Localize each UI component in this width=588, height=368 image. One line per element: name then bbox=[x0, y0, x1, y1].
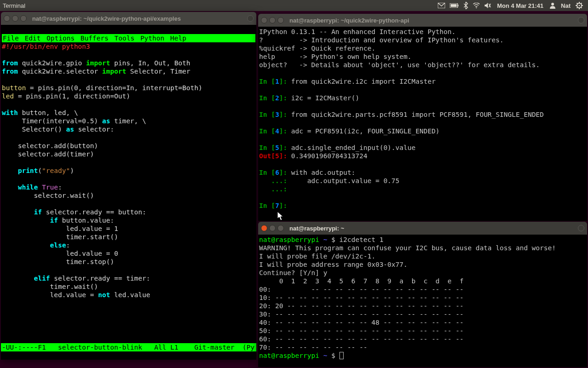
emacs-minibuffer[interactable] bbox=[1, 351, 256, 360]
svg-point-4 bbox=[476, 7, 477, 8]
battery-icon[interactable] bbox=[450, 3, 459, 8]
svg-rect-2 bbox=[458, 5, 458, 6]
window-menu-button[interactable] bbox=[247, 15, 254, 22]
ipython-window[interactable]: nat@raspberrypi: ~/quick2wire-python-api… bbox=[258, 14, 587, 221]
close-button[interactable] bbox=[4, 15, 10, 22]
emacs-menubar[interactable]: File Edit Options Buffers Tools Python H… bbox=[2, 34, 255, 42]
shell-window[interactable]: nat@raspberrypi: ~ nat@raspberrypi ~ $ i… bbox=[258, 222, 587, 367]
gear-icon[interactable] bbox=[576, 2, 583, 9]
clock[interactable]: Mon 4 Mar 21:41 bbox=[497, 2, 543, 9]
maximize-button[interactable] bbox=[20, 15, 27, 22]
shell-titlebar[interactable]: nat@raspberrypi: ~ bbox=[258, 222, 587, 235]
emacs-window[interactable]: nat@raspberrypi: ~/quick2wire-python-api… bbox=[1, 12, 256, 360]
volume-icon[interactable] bbox=[485, 2, 491, 9]
top-panel: Terminal Mon 4 Mar 21:41 Nat bbox=[0, 0, 588, 11]
svg-point-9 bbox=[579, 5, 580, 6]
emacs-body[interactable]: File Edit Options Buffers Tools Python H… bbox=[1, 25, 256, 343]
close-button[interactable] bbox=[261, 17, 267, 23]
emacs-title: nat@raspberrypi: ~/quick2wire-python-api… bbox=[32, 15, 181, 22]
svg-point-7 bbox=[551, 3, 554, 6]
emacs-titlebar[interactable]: nat@raspberrypi: ~/quick2wire-python-api… bbox=[1, 12, 256, 25]
emacs-modeline: -UU-:----F1 selector-button-blink All L1… bbox=[1, 343, 256, 351]
shell-title: nat@raspberrypi: ~ bbox=[289, 225, 344, 232]
emacs-code[interactable]: #!/usr/bin/env python3 from quick2wire.g… bbox=[2, 42, 255, 299]
ipython-titlebar[interactable]: nat@raspberrypi: ~/quick2wire-python-api bbox=[258, 14, 587, 27]
window-menu-button[interactable] bbox=[578, 17, 584, 23]
minimize-button[interactable] bbox=[12, 15, 18, 22]
ipython-title: nat@raspberrypi: ~/quick2wire-python-api bbox=[289, 17, 409, 24]
bluetooth-icon[interactable] bbox=[464, 2, 468, 9]
shell-body[interactable]: nat@raspberrypi ~ $ i2cdetect 1 WARNING!… bbox=[258, 235, 587, 367]
panel-title: Terminal bbox=[3, 2, 25, 9]
minimize-button[interactable] bbox=[269, 225, 276, 231]
user-icon[interactable] bbox=[549, 2, 556, 9]
wifi-icon[interactable] bbox=[473, 3, 480, 8]
user-name[interactable]: Nat bbox=[561, 2, 571, 9]
window-menu-button[interactable] bbox=[578, 225, 584, 231]
maximize-button[interactable] bbox=[277, 17, 284, 23]
ipython-body[interactable]: IPython 0.13.1 -- An enhanced Interactiv… bbox=[258, 27, 587, 221]
mail-icon[interactable] bbox=[438, 3, 445, 8]
svg-rect-3 bbox=[451, 4, 457, 7]
maximize-button[interactable] bbox=[277, 225, 284, 231]
minimize-button[interactable] bbox=[269, 17, 276, 23]
close-button[interactable] bbox=[261, 225, 267, 231]
